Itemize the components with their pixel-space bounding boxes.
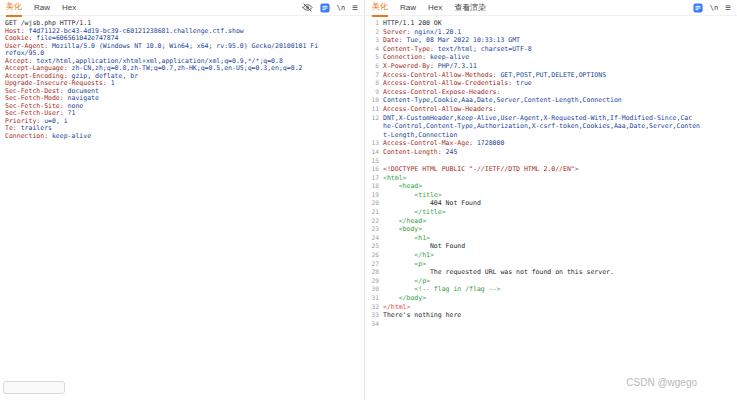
response-tab-render[interactable]: 查看渲染 — [454, 0, 486, 16]
line-number: 16 — [371, 165, 383, 174]
request-toolbar: 美化 Raw Hex — [0, 0, 364, 16]
line-number: 7 — [371, 71, 383, 80]
response-line: 12DNT,X-CustomHeader,Keep-Alive,User-Age… — [371, 114, 735, 123]
wrap-toggle-icon[interactable] — [320, 3, 330, 13]
line-number: 4 — [371, 45, 383, 54]
request-toolbar-icons: \n ≡ — [302, 2, 358, 13]
response-line: 31 </body> — [371, 294, 735, 303]
newline-toggle-icon[interactable]: \n — [337, 4, 345, 12]
http-viewer-window: 美化 Raw Hex — [0, 0, 737, 400]
response-line: 14Content-Length: 245 — [371, 148, 735, 157]
line-content: refox/95.0 — [5, 49, 44, 57]
line-content: Content-Length: 245 — [383, 148, 457, 157]
line-content: </html> — [383, 303, 410, 312]
line-content: Accept: text/html,application/xhtml+xml,… — [5, 57, 283, 65]
line-number: 6 — [371, 62, 383, 71]
response-line: 15 — [371, 157, 735, 166]
line-number: 3 — [371, 36, 383, 45]
request-line: Sec-Fetch-Dest: document — [5, 87, 362, 95]
request-line: Accept-Encoding: gzip, deflate, br — [5, 72, 362, 80]
bottom-left-box — [3, 381, 65, 394]
line-content: <title> — [383, 191, 442, 200]
line-content: Sec-Fetch-Dest: document — [5, 87, 99, 95]
line-content: <p> — [383, 260, 426, 269]
eye-off-icon[interactable] — [302, 2, 313, 13]
request-line: GET /wjsb.php HTTP/1.1 — [5, 19, 362, 27]
line-number: 28 — [371, 268, 383, 277]
line-number: 33 — [371, 311, 383, 320]
response-tab-raw[interactable]: Raw — [400, 1, 416, 15]
request-tab-pretty[interactable]: 美化 — [6, 0, 22, 17]
line-content: </title> — [383, 208, 446, 217]
line-content: </p> — [383, 277, 430, 286]
line-number: 12 — [371, 114, 383, 123]
response-line: 21 </title> — [371, 208, 735, 217]
response-line: 27 <p> — [371, 260, 735, 269]
line-number: 11 — [371, 105, 383, 114]
response-tab-hex[interactable]: Hex — [428, 1, 442, 15]
line-number: 32 — [371, 303, 383, 312]
line-content: <html> — [383, 174, 406, 183]
menu-icon[interactable]: ≡ — [352, 3, 358, 13]
line-number: 24 — [371, 234, 383, 243]
request-editor[interactable]: GET /wjsb.php HTTP/1.1Host: f4d71122-bc4… — [0, 16, 364, 139]
line-content: There's nothing here — [383, 311, 461, 320]
line-number: 20 — [371, 199, 383, 208]
line-content: Sec-Fetch-Mode: navigate — [5, 94, 99, 102]
request-line: Te: trailers — [5, 124, 362, 132]
line-number: 21 — [371, 208, 383, 217]
line-content: Access-Control-Expose-Headers: — [383, 88, 500, 97]
request-tab-hex[interactable]: Hex — [62, 1, 76, 15]
watermark: CSDN @wgego — [626, 377, 697, 388]
line-number: 1 — [371, 19, 383, 28]
line-number: 29 — [371, 277, 383, 286]
line-content: HTTP/1.1 200 OK — [383, 19, 442, 28]
response-line: 17<html> — [371, 174, 735, 183]
line-content: Cookie: file=606561042e747874 — [5, 34, 119, 42]
response-line: 20 404 Not Found — [371, 199, 735, 208]
request-line: Sec-Fetch-Site: none — [5, 102, 362, 110]
response-line: 33There's nothing here — [371, 311, 735, 320]
line-content: Access-Control-Allow-Credentials: true — [383, 79, 532, 88]
response-line: 19 <title> — [371, 191, 735, 200]
line-number: 15 — [371, 157, 383, 166]
menu-icon[interactable]: ≡ — [725, 3, 731, 13]
response-editor[interactable]: 1HTTP/1.1 200 OK2Server: nginx/1.20.13Da… — [366, 16, 737, 328]
line-content: DNT,X-CustomHeader,Keep-Alive,User-Agent… — [383, 114, 692, 123]
request-line: Priority: u=0, i — [5, 117, 362, 125]
response-line: 1HTTP/1.1 200 OK — [371, 19, 735, 28]
response-tab-pretty[interactable]: 美化 — [372, 0, 388, 17]
line-number: 14 — [371, 148, 383, 157]
request-line: Connection: keep-alive — [5, 132, 362, 140]
line-content: Accept-Encoding: gzip, deflate, br — [5, 72, 138, 80]
line-number — [371, 131, 383, 140]
request-line: Sec-Fetch-Mode: navigate — [5, 94, 362, 102]
request-line: Accept-Language: zh-CN,zh;q=0.8,zh-TW;q=… — [5, 64, 362, 72]
line-number: 26 — [371, 251, 383, 260]
line-number: 34 — [371, 320, 383, 329]
wrap-toggle-icon[interactable] — [693, 3, 703, 13]
line-number: 27 — [371, 260, 383, 269]
response-line: 18 <head> — [371, 182, 735, 191]
response-line: 32</html> — [371, 303, 735, 312]
line-content: Access-Control-Allow-Headers: — [383, 105, 497, 114]
request-tab-raw[interactable]: Raw — [34, 1, 50, 15]
line-content: Not Found — [383, 242, 465, 251]
response-line: 13Access-Control-Max-Age: 1728000 — [371, 139, 735, 148]
response-line: 8Access-Control-Allow-Credentials: true — [371, 79, 735, 88]
response-line: 6X-Powered-By: PHP/7.3.11 — [371, 62, 735, 71]
line-content: </body> — [383, 294, 426, 303]
response-line: 3Date: Tue, 08 Mar 2022 10:33:13 GMT — [371, 36, 735, 45]
response-line: 26 </h1> — [371, 251, 735, 260]
line-content: Access-Control-Max-Age: 1728000 — [383, 139, 504, 148]
newline-toggle-icon[interactable]: \n — [710, 4, 718, 12]
response-toolbar-icons: \n ≡ — [693, 3, 731, 13]
line-number: 25 — [371, 242, 383, 251]
response-line: 34 — [371, 320, 735, 329]
line-number: 8 — [371, 79, 383, 88]
response-line: 29 </p> — [371, 277, 735, 286]
response-line: 16<!DOCTYPE HTML PUBLIC "-//IETF//DTD HT… — [371, 165, 735, 174]
response-line: 10Content-Type,Cookie,Aaa,Date,Server,Co… — [371, 96, 735, 105]
request-line: Host: f4d71122-bc43-4d19-bc39-c601212386… — [5, 27, 362, 35]
line-content: <h1> — [383, 234, 430, 243]
